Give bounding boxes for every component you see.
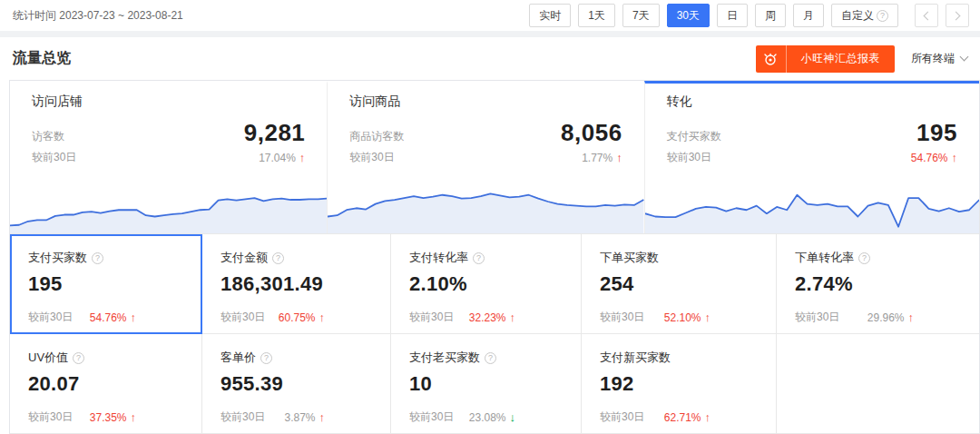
metric-value: 10 bbox=[409, 372, 563, 396]
metric-cell-avg-order-value[interactable]: 客单价? 955.39 较前30日3.87%↑ bbox=[202, 334, 391, 434]
metric-name: 下单转化率 bbox=[795, 250, 854, 266]
metric-cell-order-conversion-rate[interactable]: 下单转化率? 2.74% 较前30日29.96%↑ bbox=[777, 234, 979, 334]
metric-name: 客单价 bbox=[220, 350, 256, 366]
overview-cards-row: 访问店铺 访客数 9,281 较前30日 17.04%↑ 访问商品 商品访客数 … bbox=[10, 81, 979, 233]
custom-range-label: 自定义 bbox=[841, 8, 874, 24]
range-button-custom[interactable]: 自定义 ? bbox=[831, 4, 898, 27]
down-arrow-icon: ↓ bbox=[510, 410, 516, 424]
overview-card-visit-product[interactable]: 访问商品 商品访客数 8,056 较前30日 1.77%↑ bbox=[327, 81, 643, 233]
change-value: 3.87% bbox=[284, 411, 315, 424]
top-toolbar: 统计时间 2023-07-23 ~ 2023-08-21 实时 1天 7天 30… bbox=[0, 0, 980, 31]
range-button-7d[interactable]: 7天 bbox=[622, 4, 660, 27]
metric-value: 195 bbox=[28, 272, 183, 296]
metric-name: 支付转化率 bbox=[409, 250, 468, 266]
change-value: 37.35% bbox=[90, 411, 127, 424]
up-arrow-icon: ↑ bbox=[510, 311, 516, 324]
sparkline-chart bbox=[10, 170, 327, 233]
range-button-week[interactable]: 周 bbox=[755, 4, 786, 27]
date-range-group: 实时 1天 7天 30天 日 周 月 自定义 ? bbox=[529, 4, 969, 27]
change-value: 29.96% bbox=[867, 311, 905, 324]
sparkline-chart bbox=[328, 170, 643, 233]
help-icon[interactable]: ? bbox=[485, 352, 496, 364]
metric-value: 186,301.49 bbox=[220, 272, 372, 296]
metric-value: 955.39 bbox=[220, 372, 372, 396]
metric-name: 支付金额 bbox=[220, 250, 268, 266]
metric-value: 2.10% bbox=[409, 272, 563, 296]
metric-value: 254 bbox=[600, 272, 758, 296]
compare-label: 较前30日 bbox=[409, 409, 454, 425]
compare-label: 较前30日 bbox=[32, 150, 76, 165]
terminal-selector[interactable]: 所有终端 bbox=[911, 51, 967, 66]
metric-cell-pay-buyers[interactable]: 支付买家数? 195 较前30日54.76%↑ bbox=[10, 234, 202, 334]
overview-card-visit-shop[interactable]: 访问店铺 访客数 9,281 较前30日 17.04%↑ bbox=[10, 81, 327, 233]
up-arrow-icon: ↑ bbox=[616, 151, 622, 164]
sparkline-chart bbox=[645, 170, 979, 233]
compare-label: 较前30日 bbox=[409, 310, 454, 325]
metric-value: 192 bbox=[600, 372, 758, 396]
metric-label: 支付买家数 bbox=[667, 129, 721, 144]
next-period-button[interactable] bbox=[946, 4, 969, 27]
compare-label: 较前30日 bbox=[667, 150, 711, 165]
up-arrow-icon: ↑ bbox=[952, 151, 958, 164]
metric-name: 支付老买家数 bbox=[409, 350, 480, 366]
range-button-30d[interactable]: 30天 bbox=[667, 4, 710, 27]
section-header: 流量总览 小旺神汇总报表 所有终端 bbox=[0, 37, 980, 80]
metric-name: UV价值 bbox=[28, 350, 68, 366]
chevron-left-icon bbox=[924, 11, 933, 20]
metric-label: 商品访客数 bbox=[349, 129, 404, 144]
metric-cell-pay-amount[interactable]: 支付金额? 186,301.49 较前30日60.75%↑ bbox=[202, 234, 391, 334]
section-divider bbox=[0, 31, 980, 37]
range-button-1d[interactable]: 1天 bbox=[578, 4, 615, 27]
card-title: 转化 bbox=[645, 94, 979, 110]
range-button-day[interactable]: 日 bbox=[717, 4, 748, 27]
help-icon[interactable]: ? bbox=[73, 352, 84, 364]
compare-label: 较前30日 bbox=[349, 150, 394, 165]
metric-name: 下单买家数 bbox=[600, 250, 659, 266]
metric-cell-pay-old-buyers[interactable]: 支付老买家数? 10 较前30日23.08%↓ bbox=[391, 334, 582, 434]
change-value: 54.76% bbox=[90, 311, 127, 324]
compare-label: 较前30日 bbox=[220, 409, 265, 425]
page-title: 流量总览 bbox=[13, 49, 71, 68]
summary-report-button[interactable]: 小旺神汇总报表 bbox=[756, 45, 896, 73]
card-title: 访问商品 bbox=[328, 94, 643, 110]
card-title: 访问店铺 bbox=[10, 94, 327, 110]
change-value: 1.77% bbox=[582, 152, 612, 164]
chevron-down-icon bbox=[960, 53, 969, 62]
metric-label: 访客数 bbox=[32, 129, 64, 144]
compare-label: 较前30日 bbox=[220, 310, 265, 325]
prev-period-button[interactable] bbox=[915, 4, 938, 27]
metric-cell-pay-conversion-rate[interactable]: 支付转化率? 2.10% 较前30日32.23%↑ bbox=[391, 234, 582, 334]
chevron-right-icon bbox=[952, 11, 961, 20]
help-icon[interactable]: ? bbox=[260, 352, 272, 364]
up-arrow-icon: ↑ bbox=[131, 311, 137, 324]
up-arrow-icon: ↑ bbox=[319, 311, 326, 324]
help-icon[interactable]: ? bbox=[92, 252, 103, 264]
mascot-alarm-icon bbox=[756, 45, 787, 73]
change-value: 17.04% bbox=[259, 152, 296, 164]
range-button-month[interactable]: 月 bbox=[793, 4, 824, 27]
up-arrow-icon: ↑ bbox=[908, 311, 915, 324]
change-value: 52.10% bbox=[664, 311, 701, 324]
metric-name: 支付新买家数 bbox=[600, 350, 671, 366]
metric-cell-pay-new-buyers[interactable]: 支付新买家数 192 较前30日62.71%↑ bbox=[582, 334, 777, 434]
section-header-right: 小旺神汇总报表 所有终端 bbox=[756, 45, 968, 73]
help-icon[interactable]: ? bbox=[473, 252, 485, 264]
period-nav bbox=[915, 4, 969, 27]
metric-cell-uv-value[interactable]: UV价值? 20.07 较前30日37.35%↑ bbox=[10, 334, 202, 434]
stat-time-label: 统计时间 2023-07-23 ~ 2023-08-21 bbox=[13, 8, 183, 24]
compare-label: 较前30日 bbox=[28, 310, 73, 325]
metric-cell-order-buyers[interactable]: 下单买家数 254 较前30日52.10%↑ bbox=[582, 234, 777, 334]
range-button-realtime[interactable]: 实时 bbox=[529, 4, 571, 27]
up-arrow-icon: ↑ bbox=[299, 151, 306, 164]
compare-label: 较前30日 bbox=[600, 310, 644, 325]
up-arrow-icon: ↑ bbox=[319, 410, 326, 424]
change-value: 32.23% bbox=[469, 311, 506, 324]
overview-card-conversion[interactable]: 转化 支付买家数 195 较前30日 54.76%↑ bbox=[644, 81, 979, 233]
up-arrow-icon: ↑ bbox=[131, 410, 137, 424]
compare-label: 较前30日 bbox=[28, 409, 73, 425]
metric-value: 20.07 bbox=[28, 372, 183, 396]
help-icon[interactable]: ? bbox=[858, 252, 870, 264]
help-icon[interactable]: ? bbox=[272, 252, 284, 264]
summary-report-label: 小旺神汇总报表 bbox=[787, 51, 896, 66]
metric-cell-empty bbox=[777, 334, 979, 434]
